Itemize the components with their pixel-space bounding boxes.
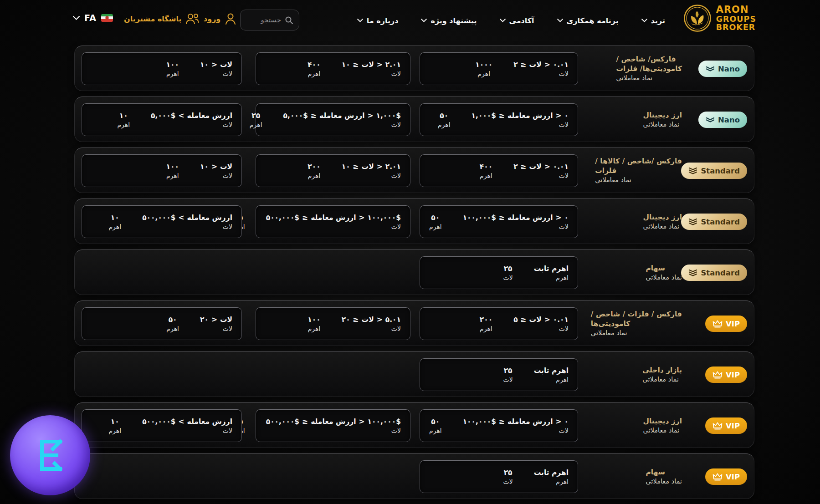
leverage-box: ۲۵اهرم۵۰۰,۰۰۰$≥ارزش معامله>۱۰۰,۰۰۰$لات [256, 205, 410, 238]
nav-item-1[interactable]: ترید [641, 16, 665, 25]
leverage-value: ۲۵ [504, 265, 512, 273]
leverage-box: ۱۰اهرم۵۰۰,۰۰۰$<ارزش معاملهلات [82, 409, 242, 442]
category: فارکس /شاخص / کالاها /فلزاتنماد معاملاتی [595, 148, 682, 193]
range-token: ۱۰۰,۰۰۰$ [463, 214, 496, 222]
range-label: لات [559, 427, 569, 434]
category-title: ارز دیجیتال [643, 111, 682, 119]
account-tier-card-7: VIPبازار داخلینماد معاملاتی۲۵لاتاهرم ثاب… [74, 351, 754, 397]
range-token: ۰.۰۱ [553, 163, 569, 171]
range-token: > [211, 163, 217, 171]
range-token: > [544, 316, 550, 324]
tier-badge-vip[interactable]: VIP [705, 316, 747, 332]
range-token: اهرم ثابت [534, 367, 569, 375]
watermark-glyph-icon [28, 433, 72, 477]
range-token: ۱۰ [200, 61, 209, 69]
leverage-value: ۴۰۰ [480, 163, 492, 171]
range-label: لات [391, 70, 401, 77]
leverage-value: ۱۰ [111, 417, 119, 426]
tier-badge-vip[interactable]: VIP [705, 417, 747, 434]
range-token: ≥ [521, 316, 527, 324]
leverage-value-label: لات [503, 274, 513, 281]
leverage-box: ۱۰اهرم۵,۰۰۰$<ارزش معاملهلات [82, 103, 242, 136]
range-token: ≥ [521, 163, 527, 171]
tier-badge-vip[interactable]: VIP [705, 367, 747, 383]
range-token: ۰.۰۱ [553, 61, 569, 69]
range-label: لات [391, 325, 401, 332]
range-column: ۲≥لات>۰.۰۱لات [513, 163, 569, 179]
nav-item-4[interactable]: پیشنهاد ویژه [421, 16, 477, 25]
leverage-box: ۲۵اهرم۵,۰۰۰$≥ارزش معامله>۱,۰۰۰$لات [256, 103, 410, 136]
category: سهامنماد معاملاتی [646, 454, 682, 499]
account-tier-card-6: VIPفارکس / فلزات / شاخص /کامودیتی‌هانماد… [74, 300, 754, 346]
range-token: ۱۰ [200, 163, 209, 171]
range-column: ۲≥لات>۰.۰۱لات [513, 61, 569, 77]
range-token: ۰ [564, 112, 569, 120]
leverage-value-label: اهرم [429, 427, 442, 434]
customers-club-link[interactable]: باشگاه مشتریان [124, 13, 199, 25]
range-text: ۱۰≥لات>۲.۰۱ [342, 61, 401, 69]
range-column: ۵,۰۰۰$≥ارزش معامله>۱,۰۰۰$لات [283, 112, 401, 128]
category: ارز دیجیتالنماد معاملاتی [643, 403, 682, 448]
tier-badge-vip[interactable]: VIP [705, 468, 747, 485]
tier-badge-nano[interactable]: Nano [698, 61, 747, 77]
nav-item-3[interactable]: آکادمی [500, 16, 534, 25]
tier-badge-label: VIP [726, 320, 740, 328]
search-input[interactable]: جستجو [240, 10, 299, 31]
category-subtitle: نماد معاملاتی [643, 121, 680, 128]
nav-item-5[interactable]: درباره ما [357, 16, 399, 25]
leverage-value-label: اهرم [108, 223, 121, 230]
chevron-down-icon [73, 16, 80, 20]
range-token: > [211, 61, 217, 69]
range-token: ۵۰۰,۰۰۰$ [266, 214, 299, 222]
category-title: کامودیتی‌ها/ فلزات [616, 65, 682, 73]
tier-badge-standard[interactable]: Standard [681, 163, 747, 179]
account-tier-card-8: VIPارز دیجیتالنماد معاملاتی۵۰اهرم۱۰۰,۰۰۰… [74, 402, 754, 448]
leverage-box: ۱۰۰اهرم۲۰≥لات>۵.۰۱لات [256, 307, 410, 340]
login-link[interactable]: ورود [204, 13, 236, 25]
tier-badge-standard[interactable]: Standard [681, 214, 747, 230]
leverage-value-label: اهرم [308, 70, 321, 77]
range-token: ۱۰۰,۰۰۰$ [463, 417, 496, 426]
range-token: ≥ [499, 417, 505, 426]
range-column: ۵۰۰,۰۰۰$<ارزش معاملهلات [142, 417, 232, 434]
nav-item-2[interactable]: برنامه همکاری [557, 16, 619, 25]
leverage-box: ۵۰اهرم۲۰>لاتلات [82, 307, 242, 340]
category-title: بازار داخلی [642, 366, 682, 374]
range-text: ۵≥لات>۰.۰۱ [513, 316, 569, 324]
user-icon [225, 13, 236, 25]
tier-badge-nano[interactable]: Nano [698, 112, 747, 128]
range-token: > [544, 61, 550, 69]
range-text: ۱۰۰,۰۰۰$≥ارزش معامله>۰ [463, 214, 569, 222]
range-text: ۱۰>لات [200, 163, 232, 171]
range-text: ۵۰۰,۰۰۰$≥ارزش معامله>۱۰۰,۰۰۰$ [266, 214, 401, 222]
leverage-value-column: ۵۰اهرم [429, 417, 442, 434]
leverage-value: ۲۵ [504, 468, 512, 477]
leverage-value-column: ۲۵لات [503, 265, 513, 281]
range-column: ۵≥لات>۰.۰۱لات [513, 316, 569, 332]
leverage-box: ۴۰۰اهرم۱۰≥لات>۲.۰۱لات [256, 52, 410, 85]
brand-logo[interactable]: ARON GROUPS BROKER [683, 4, 756, 32]
range-text: ۵,۰۰۰$<ارزش معامله [151, 112, 232, 120]
tier-badge-label: Standard [701, 269, 740, 277]
chevron-down-icon [557, 19, 563, 22]
leverage-value-label: لات [503, 376, 513, 383]
leverage-value-column: ۲۰۰اهرم [308, 163, 320, 179]
category: بازار داخلینماد معاملاتی [642, 352, 682, 397]
tier-badge-standard[interactable]: Standard [681, 265, 747, 281]
category-title: ارز دیجیتال [643, 417, 682, 425]
nav-item-label: پیشنهاد ویژه [430, 16, 477, 25]
range-column: ۱,۰۰۰$≥ارزش معامله>۰لات [472, 112, 569, 128]
range-token: > [556, 112, 562, 120]
language-selector[interactable]: FA [73, 13, 113, 23]
category-title: سهام [646, 264, 665, 272]
leverage-box: ۱۰۰اهرم۱۰>لاتلات [82, 52, 242, 85]
range-token: < [179, 417, 184, 426]
tier-badge-label: VIP [726, 371, 740, 379]
range-token: > [377, 316, 383, 324]
range-token: لات [362, 163, 374, 171]
range-label: لات [559, 325, 569, 332]
tier-badge-label: Standard [701, 218, 740, 226]
triple-chevron-down-icon [688, 269, 697, 277]
range-token: اهرم ثابت [534, 265, 569, 273]
range-label: لات [223, 427, 232, 434]
